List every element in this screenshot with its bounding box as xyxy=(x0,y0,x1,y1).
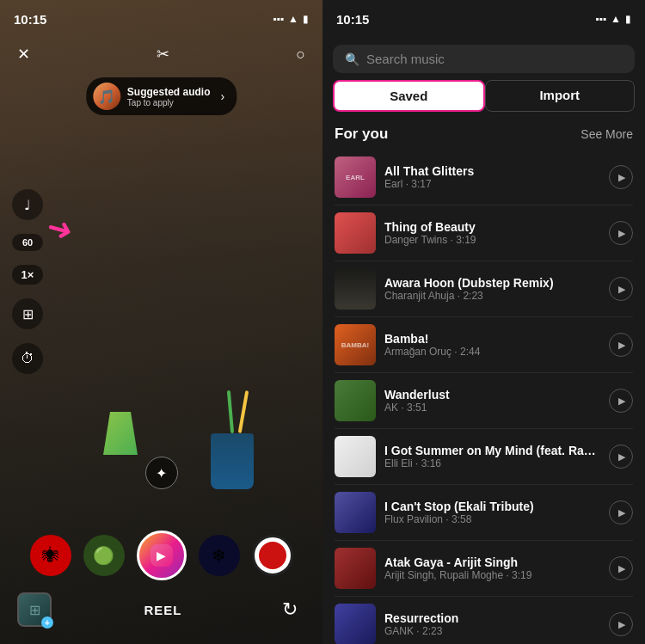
song-play-button[interactable]: ▶ xyxy=(609,500,633,524)
see-more-button[interactable]: See More xyxy=(580,127,633,141)
song-thumbnail xyxy=(335,380,376,421)
left-status-icons: ▪▪▪ ▲ ▮ xyxy=(273,13,309,25)
tab-import-label: Import xyxy=(539,88,580,102)
song-title: Resurrection xyxy=(384,611,600,625)
flip-camera-button[interactable]: ↻ xyxy=(274,594,305,625)
suggested-audio-pill[interactable]: 🎵 Suggested audio Tap to apply › xyxy=(86,77,236,115)
effects-row: 🕷 🟢 ▶ ❄ xyxy=(0,531,322,580)
signal-icon: ▪▪▪ xyxy=(273,13,284,25)
music-list-item[interactable]: Atak Gaya - Arijit SinghArijit Singh, Ru… xyxy=(322,541,645,596)
right-battery-icon: ▮ xyxy=(625,13,631,25)
snowflake-effect[interactable]: ❄ xyxy=(199,535,240,576)
song-play-button[interactable]: ▶ xyxy=(609,165,633,189)
song-thumbnail: BAMBA! xyxy=(335,324,376,365)
music-list-item[interactable]: I Got Summer on My Mind (feat. Raritt...… xyxy=(322,429,645,484)
song-title: I Can't Stop (Ekali Tribute) xyxy=(384,500,600,513)
left-status-bar: 10:15 ▪▪▪ ▲ ▮ xyxy=(0,0,322,38)
music-note-icon[interactable]: ♩ xyxy=(12,189,43,220)
song-title: Bamba! xyxy=(384,332,600,346)
green-stand-object xyxy=(103,412,138,455)
add-effects-button[interactable]: ✦ xyxy=(145,457,178,489)
speed-control[interactable]: 1× xyxy=(12,265,43,285)
circle-effect[interactable] xyxy=(252,535,293,576)
clock-icon[interactable]: ⏱ xyxy=(12,343,43,374)
left-time: 10:15 xyxy=(14,12,46,27)
spiderman-effect[interactable]: 🕷 xyxy=(30,535,71,576)
tab-saved[interactable]: Saved xyxy=(333,80,485,112)
song-thumbnail xyxy=(335,492,376,533)
search-input[interactable]: Search music xyxy=(366,52,445,66)
right-wifi-icon: ▲ xyxy=(611,13,621,25)
tab-import[interactable]: Import xyxy=(485,80,636,112)
left-side-tools: ♩ 60 1× ⊞ ⏱ xyxy=(12,189,43,374)
flip-icon: ↻ xyxy=(282,598,298,621)
song-info: I Can't Stop (Ekali Tribute)Flux Pavilio… xyxy=(384,500,600,525)
search-icon: 🔍 xyxy=(345,52,359,66)
music-list-item[interactable]: Awara Hoon (Dubstep Remix)Charanjit Ahuj… xyxy=(322,261,645,316)
song-meta: Arijit Singh, Rupali Moghe · 3:19 xyxy=(384,569,600,581)
timer-value: 60 xyxy=(22,237,33,248)
song-play-button[interactable]: ▶ xyxy=(609,389,633,413)
song-info: WanderlustAK · 3:51 xyxy=(384,388,600,414)
timer-icon[interactable]: 60 xyxy=(12,234,43,251)
cup-object xyxy=(211,433,254,489)
song-thumbnail xyxy=(335,268,376,310)
music-icon-glyph: ♩ xyxy=(24,197,31,213)
song-info: Atak Gaya - Arijit SinghArijit Singh, Ru… xyxy=(384,555,600,581)
song-meta: Charanjit Ahuja · 2:23 xyxy=(384,290,600,302)
left-top-bar: ✕ ✂ ○ xyxy=(0,38,322,71)
scissors-icon[interactable]: ✂ xyxy=(157,45,169,64)
song-title: Wanderlust xyxy=(384,388,600,402)
clock-glyph: ⏱ xyxy=(21,351,34,366)
song-meta: Danger Twins · 3:19 xyxy=(384,234,600,246)
song-play-button[interactable]: ▶ xyxy=(609,445,633,469)
layout-glyph: ⊞ xyxy=(22,306,34,322)
section-header: For you See More xyxy=(322,120,645,150)
song-meta: Elli Eli · 3:16 xyxy=(384,457,600,469)
song-play-button[interactable]: ▶ xyxy=(609,277,633,301)
hulk-effect[interactable]: 🟢 xyxy=(83,535,125,576)
music-list-item[interactable]: EARLAll That GlittersEarl · 3:17▶ xyxy=(322,150,645,205)
music-list-item[interactable]: WanderlustAK · 3:51▶ xyxy=(322,373,645,428)
song-thumbnail xyxy=(335,212,376,254)
pencil2 xyxy=(227,390,234,433)
music-panel: 10:15 ▪▪▪ ▲ ▮ 🔍 Search music Saved Impor… xyxy=(322,0,645,644)
song-play-button[interactable]: ▶ xyxy=(609,333,633,357)
layout-icon[interactable]: ⊞ xyxy=(12,298,43,329)
suggested-audio-thumb: 🎵 xyxy=(93,83,120,110)
search-bar[interactable]: 🔍 Search music xyxy=(333,45,635,73)
reel-label: REEL xyxy=(144,603,181,617)
song-play-button[interactable]: ▶ xyxy=(609,221,633,245)
speed-value: 1× xyxy=(22,268,34,281)
song-meta: AK · 3:51 xyxy=(384,402,600,414)
music-list-item[interactable]: I Can't Stop (Ekali Tribute)Flux Pavilio… xyxy=(322,485,645,540)
music-list: EARLAll That GlittersEarl · 3:17▶Thing o… xyxy=(322,150,645,644)
song-meta: GANK · 2:23 xyxy=(384,625,600,637)
music-list-item[interactable]: BAMBA!Bamba!Armağan Oruç · 2:44▶ xyxy=(322,317,645,372)
circle-icon[interactable]: ○ xyxy=(296,46,305,64)
left-bottom-bar: 🕷 🟢 ▶ ❄ ⊞ + REEL ↻ xyxy=(0,531,322,644)
song-thumbnail xyxy=(335,548,376,589)
suggested-audio-subtitle: Tap to apply xyxy=(127,98,211,107)
song-meta: Flux Pavilion · 3:58 xyxy=(384,513,600,525)
add-effects-area: ✦ xyxy=(145,457,178,489)
close-icon[interactable]: ✕ xyxy=(17,45,30,64)
song-thumbnail xyxy=(335,436,376,477)
music-list-item[interactable]: Thing of BeautyDanger Twins · 3:19▶ xyxy=(322,205,645,261)
song-info: Thing of BeautyDanger Twins · 3:19 xyxy=(384,220,600,246)
song-play-button[interactable]: ▶ xyxy=(609,612,633,636)
right-status-icons: ▪▪▪ ▲ ▮ xyxy=(595,13,631,25)
reels-capture-button[interactable]: ▶ xyxy=(137,531,187,580)
song-play-button[interactable]: ▶ xyxy=(609,556,633,580)
music-list-item[interactable]: ResurrectionGANK · 2:23▶ xyxy=(322,597,645,644)
song-info: ResurrectionGANK · 2:23 xyxy=(384,611,600,637)
suggested-audio-text: Suggested audio Tap to apply xyxy=(127,86,211,107)
search-bar-container: 🔍 Search music xyxy=(322,38,645,80)
song-info: Awara Hoon (Dubstep Remix)Charanjit Ahuj… xyxy=(384,276,600,302)
gallery-thumbnail[interactable]: ⊞ + xyxy=(17,592,52,627)
gallery-plus-icon: + xyxy=(41,616,53,629)
section-title: For you xyxy=(335,126,388,143)
right-status-bar: 10:15 ▪▪▪ ▲ ▮ xyxy=(322,0,645,38)
song-title: Awara Hoon (Dubstep Remix) xyxy=(384,276,600,290)
suggested-audio-title: Suggested audio xyxy=(127,86,211,98)
